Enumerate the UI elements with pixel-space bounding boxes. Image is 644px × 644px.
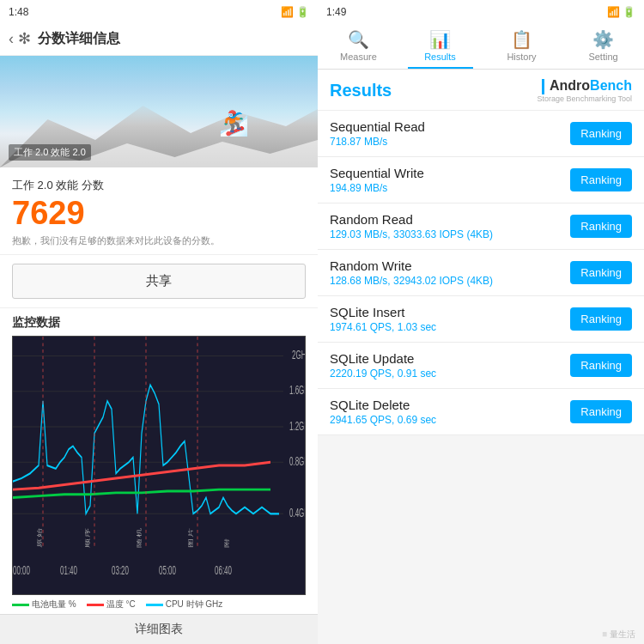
detail-chart-button[interactable]: 详细图表 — [0, 614, 318, 644]
ranking-btn-rand-write[interactable]: Ranking — [570, 261, 632, 284]
svg-text:顺序: 顺序 — [85, 528, 91, 547]
svg-text:03:20: 03:20 — [112, 563, 129, 578]
chart-svg: 2GHz 1.6GHz 1.2GHz 0.8GHz 0.4GHz — [13, 337, 305, 594]
hero-image: 🏂 工作 2.0 效能 2.0 — [0, 56, 318, 167]
svg-text:00:00: 00:00 — [13, 563, 30, 578]
tab-bar: 🔍 Measure 📊 Results 📋 History ⚙️ Setting — [318, 24, 644, 70]
svg-text:图片: 图片 — [188, 528, 194, 547]
svg-text:原始: 原始 — [37, 528, 43, 547]
svg-text:0.4GHz: 0.4GHz — [289, 505, 305, 519]
result-name-seq-read: Sequential Read — [330, 119, 425, 134]
svg-text:05:00: 05:00 — [159, 563, 176, 578]
result-value-seq-read: 718.87 MB/s — [330, 136, 425, 148]
logo-bench: Bench — [590, 78, 632, 93]
watermark: ≡ 量生活 — [318, 625, 644, 644]
page-title: 分数详细信息 — [38, 30, 120, 48]
results-icon: 📊 — [429, 29, 451, 50]
ranking-btn-seq-read[interactable]: Ranking — [570, 122, 632, 145]
tab-setting[interactable]: ⚙️ Setting — [562, 24, 644, 69]
result-value-sqlite-delete: 2941.65 QPS, 0.69 sec — [330, 414, 436, 426]
ranking-btn-sqlite-update[interactable]: Ranking — [570, 354, 632, 377]
result-sequential-write: Sequential Write 194.89 MB/s Ranking — [318, 157, 644, 204]
right-status-icons: 📶 🔋 — [607, 6, 635, 18]
right-time: 1:49 — [326, 6, 346, 18]
result-value-sqlite-update: 2220.19 QPS, 0.91 sec — [330, 368, 436, 380]
tab-results[interactable]: 📊 Results — [399, 24, 481, 69]
result-random-write: Random Write 128.68 MB/s, 32943.02 IOPS … — [318, 250, 644, 296]
results-list: Sequential Read 718.87 MB/s Ranking Sequ… — [318, 111, 644, 625]
result-sqlite-insert: SQLite Insert 1974.61 QPS, 1.03 sec Rank… — [318, 296, 644, 343]
right-status-bar: 1:49 📶 🔋 — [318, 0, 644, 24]
share-button[interactable]: 共享 — [12, 264, 306, 299]
left-status-bar: 1:48 📶 🔋 — [0, 0, 318, 24]
hero-label: 工作 2.0 效能 2.0 — [9, 144, 91, 161]
result-name-seq-write: Sequential Write — [330, 166, 424, 180]
right-panel: 1:49 📶 🔋 🔍 Measure 📊 Results 📋 History ⚙… — [318, 0, 644, 644]
svg-text:附: 附 — [224, 538, 230, 547]
history-icon: 📋 — [511, 29, 532, 50]
setting-icon: ⚙️ — [592, 29, 614, 50]
legend-battery: 电池电量 % — [12, 598, 76, 611]
left-status-icons: 📶 🔋 — [281, 6, 309, 18]
tab-measure[interactable]: 🔍 Measure — [318, 24, 399, 69]
result-value-rand-read: 129.03 MB/s, 33033.63 IOPS (4KB) — [330, 228, 493, 240]
result-name-rand-write: Random Write — [330, 258, 493, 273]
left-time: 1:48 — [9, 6, 28, 18]
svg-text:06:40: 06:40 — [215, 563, 232, 578]
left-panel: 1:48 📶 🔋 ‹ ✻ 分数详细信息 🏂 工作 2.0 效能 2.0 工作 2… — [0, 0, 318, 644]
result-value-rand-write: 128.68 MB/s, 32943.02 IOPS (4KB) — [330, 275, 493, 287]
result-sqlite-delete: SQLite Delete 2941.65 QPS, 0.69 sec Rank… — [318, 389, 644, 435]
back-icon[interactable]: ‹ ✻ — [9, 29, 31, 48]
svg-text:1.6GHz: 1.6GHz — [289, 383, 305, 398]
measure-icon: 🔍 — [348, 29, 369, 50]
svg-text:2GHz: 2GHz — [292, 348, 305, 362]
result-name-rand-read: Random Read — [330, 212, 493, 227]
score-section: 工作 2.0 效能 分数 7629 抱歉，我们没有足够的数据来对比此设备的分数。 — [0, 167, 318, 255]
score-label: 工作 2.0 效能 分数 — [12, 178, 306, 193]
svg-text:0.8GHz: 0.8GHz — [289, 453, 305, 468]
svg-text:01:40: 01:40 — [60, 563, 77, 578]
monitor-title: 监控数据 — [12, 315, 306, 331]
logo-andro: Andro — [550, 78, 590, 93]
ranking-btn-seq-write[interactable]: Ranking — [570, 168, 632, 191]
tab-setting-label: Setting — [588, 52, 617, 62]
chart-area: 2GHz 1.6GHz 1.2GHz 0.8GHz 0.4GHz — [12, 336, 306, 595]
tab-measure-label: Measure — [340, 52, 377, 62]
logo-bar — [542, 79, 544, 94]
results-header: Results AndroBench Storage Benchmarking … — [318, 70, 644, 111]
ranking-btn-sqlite-insert[interactable]: Ranking — [570, 307, 632, 331]
result-value-seq-write: 194.89 MB/s — [330, 182, 424, 194]
result-name-sqlite-delete: SQLite Delete — [330, 398, 436, 412]
tab-results-label: Results — [424, 52, 456, 62]
logo-sub: Storage Benchmarking Tool — [538, 94, 632, 103]
tab-history-label: History — [507, 52, 536, 62]
result-name-sqlite-insert: SQLite Insert — [330, 305, 436, 319]
hero-skier: 🏂 — [219, 109, 249, 137]
ranking-btn-rand-read[interactable]: Ranking — [570, 215, 632, 238]
svg-text:随机: 随机 — [137, 528, 143, 547]
share-section: 共享 — [0, 255, 318, 308]
legend-cpu: CPU 时钟 GHz — [146, 598, 223, 611]
result-sequential-read: Sequential Read 718.87 MB/s Ranking — [318, 111, 644, 157]
monitor-section: 监控数据 2GHz 1.6GHz 1.2GHz 0.8GHz 0.4GHz — [0, 308, 318, 614]
result-name-sqlite-update: SQLite Update — [330, 351, 436, 366]
result-value-sqlite-insert: 1974.61 QPS, 1.03 sec — [330, 321, 436, 333]
result-sqlite-update: SQLite Update 2220.19 QPS, 0.91 sec Rank… — [318, 343, 644, 389]
score-value: 7629 — [12, 197, 306, 229]
androbench-logo: AndroBench Storage Benchmarking Tool — [538, 78, 632, 103]
chart-legend: 电池电量 % 温度 °C CPU 时钟 GHz — [12, 598, 306, 611]
results-title: Results — [330, 81, 392, 100]
legend-temp: 温度 °C — [87, 598, 136, 611]
ranking-btn-sqlite-delete[interactable]: Ranking — [570, 400, 632, 423]
result-random-read: Random Read 129.03 MB/s, 33033.63 IOPS (… — [318, 204, 644, 250]
tab-history[interactable]: 📋 History — [481, 24, 562, 69]
left-header: ‹ ✻ 分数详细信息 — [0, 24, 318, 56]
svg-text:1.2GHz: 1.2GHz — [289, 418, 305, 433]
score-note: 抱歉，我们没有足够的数据来对比此设备的分数。 — [12, 234, 306, 247]
